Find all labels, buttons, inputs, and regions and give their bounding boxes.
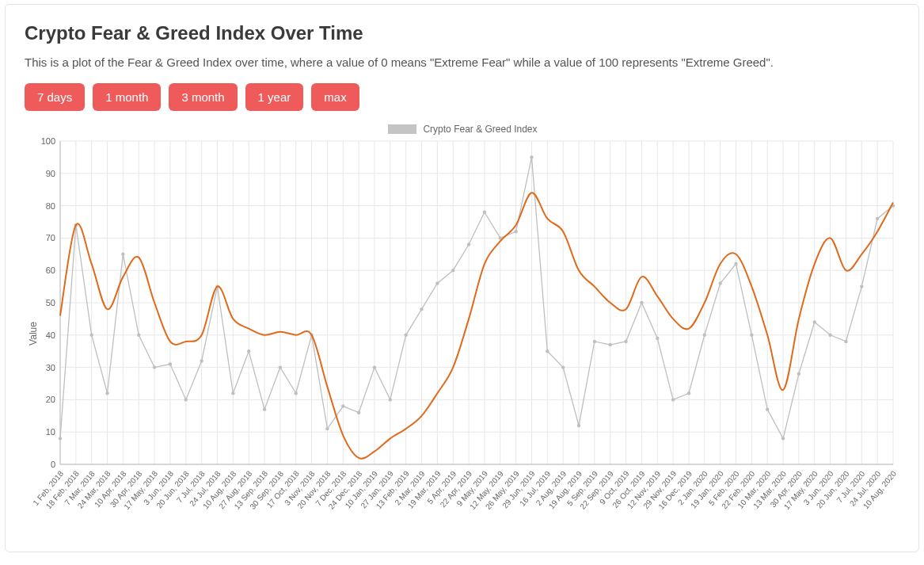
series-raw-point	[577, 424, 580, 427]
range-max-button[interactable]: max	[311, 83, 359, 111]
series-raw-point	[373, 365, 376, 368]
range-1-year-button[interactable]: 1 year	[245, 83, 304, 111]
series-raw-point	[828, 334, 831, 337]
series-raw-point	[656, 337, 659, 340]
series-raw-point	[467, 242, 470, 246]
series-raw-point	[184, 398, 188, 401]
y-tick-label: 40	[46, 330, 55, 340]
legend-label: Crypto Fear & Greed Index	[423, 124, 537, 135]
series-raw-point	[105, 391, 108, 395]
y-tick-label: 80	[46, 201, 55, 211]
series-raw-point	[750, 334, 753, 337]
series-raw-point	[200, 359, 203, 362]
series-raw-point	[483, 211, 486, 214]
series-raw-point	[687, 391, 690, 395]
series-raw-point	[247, 349, 250, 353]
series-raw-line	[60, 157, 893, 438]
series-raw-point	[671, 398, 675, 401]
series-raw-point	[420, 307, 423, 311]
series-raw-point	[169, 362, 172, 365]
series-raw-point	[279, 365, 282, 368]
series-raw-point	[766, 407, 769, 410]
series-raw-point	[435, 281, 439, 284]
series-raw-point	[593, 340, 596, 343]
series-raw-point	[263, 407, 266, 410]
series-raw-point	[734, 262, 737, 265]
series-raw-point	[121, 253, 124, 256]
series-raw-point	[389, 398, 392, 401]
range-3-month-button[interactable]: 3 month	[169, 83, 237, 111]
range-7-days-button[interactable]: 7 days	[25, 83, 85, 111]
series-raw-point	[797, 372, 800, 376]
series-raw-point	[718, 281, 721, 284]
y-tick-label: 20	[46, 395, 55, 404]
series-raw-point	[404, 334, 407, 337]
series-raw-point	[703, 334, 706, 337]
y-tick-label: 10	[46, 427, 55, 437]
range-1-month-button[interactable]: 1 month	[93, 83, 161, 111]
series-smoothed-line	[60, 193, 893, 458]
series-raw-point	[451, 269, 454, 272]
series-raw-point	[357, 411, 360, 414]
series-raw-point	[876, 217, 879, 220]
y-tick-label: 0	[51, 460, 55, 469]
y-tick-label: 50	[46, 298, 55, 307]
chart-container: Crypto Fear & Greed Index Value 01020304…	[25, 124, 901, 544]
series-raw-point	[624, 340, 627, 343]
series-raw-point	[781, 437, 785, 440]
series-raw-point	[609, 343, 612, 346]
y-tick-label: 30	[46, 363, 55, 372]
series-raw-point	[59, 437, 62, 440]
series-raw-point	[844, 340, 847, 343]
series-raw-point	[530, 155, 533, 158]
page-title: Crypto Fear & Greed Index Over Time	[25, 22, 899, 44]
y-tick-label: 60	[46, 265, 55, 275]
series-raw-point	[295, 391, 298, 395]
series-raw-point	[640, 301, 643, 304]
range-button-row: 7 days 1 month 3 month 1 year max	[25, 83, 899, 111]
series-raw-point	[325, 427, 329, 430]
series-raw-point	[514, 230, 517, 233]
y-tick-label: 100	[41, 136, 55, 146]
series-raw-point	[153, 365, 156, 368]
y-tick-label: 70	[46, 233, 55, 242]
chart-svg: 01020304050607080901001 Feb, 201818 Feb,…	[25, 124, 901, 544]
y-axis-label: Value	[28, 322, 39, 345]
series-raw-point	[137, 334, 140, 337]
chart-card: Crypto Fear & Greed Index Over Time This…	[5, 4, 919, 552]
series-raw-point	[813, 320, 816, 323]
series-raw-point	[860, 284, 863, 288]
chart-legend: Crypto Fear & Greed Index	[25, 124, 901, 135]
page-subtitle: This is a plot of the Fear & Greed Index…	[25, 55, 899, 69]
legend-swatch-icon	[388, 124, 416, 134]
series-raw-point	[561, 365, 565, 368]
series-raw-point	[341, 404, 344, 407]
series-raw-point	[546, 349, 549, 353]
series-raw-point	[89, 334, 93, 337]
series-raw-point	[231, 391, 234, 395]
y-tick-label: 90	[46, 169, 55, 178]
